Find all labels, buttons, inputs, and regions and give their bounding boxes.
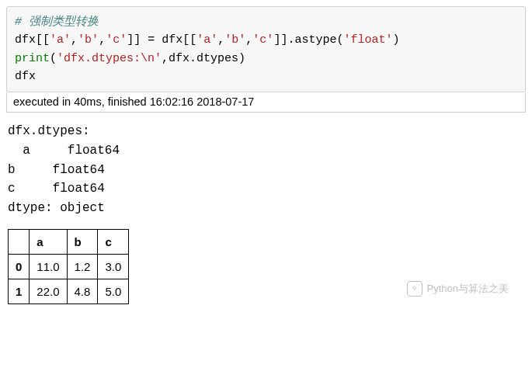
code-token: dfx	[15, 70, 36, 83]
table-cell: 3.0	[98, 254, 129, 279]
stdout-output: dfx.dtypes: a float64 b float64 c float6…	[8, 122, 526, 218]
col-header: b	[67, 229, 98, 254]
col-header: a	[30, 229, 67, 254]
code-string: 'a'	[196, 33, 217, 47]
code-string: 'dfx.dtypes:\n'	[57, 52, 162, 65]
code-builtin: print	[15, 52, 50, 65]
code-string: 'b'	[78, 33, 99, 47]
code-cell: # 强制类型转换 dfx[['a','b','c']] = dfx[['a','…	[6, 6, 526, 92]
code-string: 'a'	[50, 33, 71, 47]
table-cell: 1.2	[67, 254, 98, 279]
table-row: 1 22.0 4.8 5.0	[9, 279, 129, 304]
row-index: 1	[9, 279, 30, 304]
dataframe-table: a b c 0 11.0 1.2 3.0 1 22.0 4.8 5.0	[8, 229, 129, 304]
table-cell: 4.8	[67, 279, 98, 304]
code-string: 'float'	[343, 33, 392, 47]
code-comment: # 强制类型转换	[15, 16, 99, 29]
code-string: 'b'	[224, 33, 245, 47]
watermark-text: Python与算法之美	[427, 282, 509, 296]
wechat-icon: ✧	[407, 281, 422, 297]
code-string: 'c'	[252, 33, 273, 47]
watermark: ✧ Python与算法之美	[407, 281, 509, 297]
execution-status: executed in 40ms, finished 16:02:16 2018…	[6, 92, 526, 113]
table-cell: 5.0	[98, 279, 129, 304]
col-header: c	[98, 229, 129, 254]
table-corner	[9, 229, 30, 254]
table-row: 0 11.0 1.2 3.0	[9, 254, 129, 279]
code-string: 'c'	[106, 33, 127, 47]
table-cell: 11.0	[30, 254, 67, 279]
row-index: 0	[9, 254, 30, 279]
code-token: dfx[[	[15, 33, 50, 47]
table-header-row: a b c	[9, 229, 129, 254]
table-cell: 22.0	[30, 279, 67, 304]
